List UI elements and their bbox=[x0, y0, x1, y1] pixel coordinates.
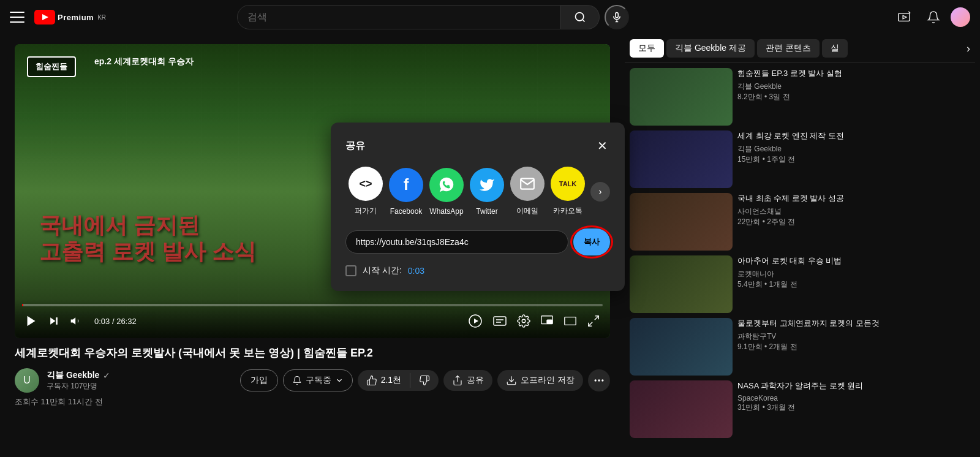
premium-label: Premium bbox=[58, 13, 94, 22]
modal-close-button[interactable]: ✕ bbox=[595, 137, 610, 154]
subtitles-button[interactable] bbox=[490, 311, 510, 331]
channel-name-row: 긱블 Geekble ✓ bbox=[47, 370, 233, 381]
url-display: https://youtu.be/31qsJ8Eza4c bbox=[345, 230, 568, 254]
list-item[interactable]: 세계 최강 로켓 엔진 제작 도전 긱블 Geekble 15만회 • 1주일 … bbox=[630, 130, 970, 188]
miniplayer-button[interactable] bbox=[538, 312, 556, 330]
youtube-logo[interactable]: Premium KR bbox=[34, 10, 106, 25]
channel-avatar[interactable]: U bbox=[15, 368, 39, 393]
skip-icon bbox=[48, 315, 60, 327]
tab-live[interactable]: 실 bbox=[822, 39, 848, 58]
copy-button[interactable]: 복사 bbox=[573, 228, 610, 255]
like-button[interactable]: 2.1천 bbox=[358, 370, 410, 391]
theater-button[interactable] bbox=[561, 312, 579, 330]
share-next-button[interactable]: › bbox=[590, 182, 610, 202]
fullscreen-button[interactable] bbox=[584, 312, 603, 330]
bell-icon bbox=[927, 10, 940, 24]
create-button[interactable] bbox=[892, 5, 916, 29]
list-item[interactable]: 국내 최초 수제 로켓 발사 성공 사이언스채널 22만회 • 2주일 전 bbox=[630, 193, 970, 251]
svg-rect-7 bbox=[899, 13, 910, 21]
views-row: 조회수 11만회 11시간 전 bbox=[15, 396, 610, 407]
search-icon bbox=[574, 11, 586, 23]
gear-icon bbox=[517, 314, 530, 328]
share-icons-row: <> 퍼가기 f Facebook WhatsApp Twitter 이메일 bbox=[345, 167, 610, 216]
user-avatar[interactable] bbox=[951, 7, 970, 27]
svg-line-23 bbox=[595, 316, 598, 320]
download-button[interactable]: 오프라인 저장 bbox=[497, 370, 583, 391]
whatsapp-icon bbox=[429, 168, 464, 202]
email-icon bbox=[510, 167, 545, 201]
svg-marker-15 bbox=[474, 319, 478, 323]
play-button[interactable] bbox=[22, 312, 40, 330]
thumbs-up-icon bbox=[366, 375, 377, 386]
volume-button[interactable] bbox=[67, 312, 85, 330]
start-time-value[interactable]: 0:03 bbox=[408, 266, 424, 276]
hamburger-menu-button[interactable] bbox=[10, 10, 24, 25]
sidebar-tabs: 모두 긱블 Geekble 제공 관련 콘텐츠 실 › bbox=[625, 39, 975, 63]
embed-icon: <> bbox=[349, 167, 383, 201]
svg-rect-21 bbox=[547, 320, 552, 323]
sidebar-item-channel: 과학탐구TV bbox=[737, 331, 970, 342]
share-email-item[interactable]: 이메일 bbox=[507, 167, 548, 216]
svg-rect-16 bbox=[494, 317, 506, 325]
facebook-icon: f bbox=[389, 168, 423, 202]
progress-bar[interactable] bbox=[22, 304, 603, 306]
svg-marker-10 bbox=[28, 316, 36, 327]
sidebar-item-title: 아마추어 로켓 대회 우승 비법 bbox=[737, 255, 970, 266]
svg-marker-13 bbox=[71, 317, 76, 325]
share-whatsapp-item[interactable]: WhatsApp bbox=[426, 168, 467, 216]
share-embed-item[interactable]: <> 퍼가기 bbox=[345, 167, 386, 216]
dislike-button[interactable] bbox=[410, 370, 439, 391]
sidebar-item-channel: 사이언스채널 bbox=[737, 206, 970, 217]
facebook-label: Facebook bbox=[390, 207, 423, 216]
share-kakao-item[interactable]: TALK 카카오톡 bbox=[548, 167, 588, 216]
sidebar-item-meta: 22만회 • 2주일 전 bbox=[737, 217, 970, 227]
verified-badge: ✓ bbox=[103, 371, 110, 380]
sidebar-item-meta: 31만회 • 3개월 전 bbox=[737, 402, 970, 413]
url-row: https://youtu.be/31qsJ8Eza4c 복사 bbox=[345, 228, 610, 255]
svg-point-2 bbox=[575, 13, 583, 21]
search-button[interactable] bbox=[560, 5, 600, 29]
start-time-checkbox[interactable] bbox=[345, 265, 356, 276]
sidebar-item-channel: 로켓매니아 bbox=[737, 269, 970, 279]
tab-geekble[interactable]: 긱블 Geekble 제공 bbox=[666, 39, 755, 58]
more-button[interactable] bbox=[588, 369, 610, 391]
share-icon bbox=[452, 375, 463, 386]
share-button[interactable]: 공유 bbox=[443, 370, 492, 391]
svg-line-24 bbox=[589, 322, 592, 326]
bell-small-icon bbox=[292, 376, 302, 385]
download-label: 오프라인 저장 bbox=[521, 375, 575, 386]
svg-rect-4 bbox=[616, 13, 619, 18]
sidebar-thumb bbox=[630, 255, 733, 313]
tabs-next-button[interactable]: › bbox=[967, 42, 970, 55]
like-dislike-group: 2.1천 bbox=[358, 370, 439, 391]
mic-button[interactable] bbox=[605, 5, 629, 29]
share-twitter-item[interactable]: Twitter bbox=[467, 168, 507, 216]
sidebar-item-info: 세계 최강 로켓 엔진 제작 도전 긱블 Geekble 15만회 • 1주일 … bbox=[737, 130, 970, 188]
progress-fill bbox=[22, 304, 23, 306]
list-item[interactable]: NASA 과학자가 알려주는 로켓 원리 SpaceKorea 31만회 • 3… bbox=[630, 380, 970, 438]
notifications-button[interactable] bbox=[921, 5, 946, 29]
play-icon bbox=[24, 314, 38, 328]
settings-button[interactable] bbox=[514, 312, 533, 330]
list-item[interactable]: 아마추어 로켓 대회 우승 비법 로켓매니아 5.4만회 • 1개월 전 bbox=[630, 255, 970, 313]
list-item[interactable]: 힘숨찐들 EP.3 로켓 발사 실험 긱블 Geekble 8.2만회 • 3일… bbox=[630, 68, 970, 126]
subscribe-button[interactable]: 구독중 bbox=[283, 369, 353, 391]
channel-row: U 긱블 Geekble ✓ 구독자 107만명 가입 구독중 bbox=[15, 368, 610, 393]
controls-left: 0:03 / 26:32 bbox=[22, 312, 137, 330]
skip-button[interactable] bbox=[45, 312, 62, 330]
more-icon bbox=[593, 374, 605, 387]
list-item[interactable]: 물로켓부터 고체연료까지 로켓의 모든것 과학탐구TV 9.1만회 • 2개월 … bbox=[630, 318, 970, 376]
auto-play-button[interactable] bbox=[466, 311, 485, 331]
search-input[interactable] bbox=[247, 12, 550, 23]
search-bar bbox=[237, 5, 629, 29]
kakao-icon: TALK bbox=[551, 167, 585, 201]
join-button[interactable]: 가입 bbox=[240, 369, 278, 391]
kakao-label: 카카오톡 bbox=[553, 206, 582, 216]
tab-related[interactable]: 관련 콘텐츠 bbox=[757, 39, 820, 58]
header-left: Premium KR bbox=[10, 10, 106, 25]
copy-label: 복사 bbox=[584, 236, 600, 247]
ep-badge: ep.2 세계로켓대회 우승자 bbox=[94, 56, 194, 67]
share-facebook-item[interactable]: f Facebook bbox=[386, 168, 426, 216]
tab-all[interactable]: 모두 bbox=[630, 39, 664, 58]
sidebar-item-meta: 15만회 • 1주일 전 bbox=[737, 154, 970, 165]
